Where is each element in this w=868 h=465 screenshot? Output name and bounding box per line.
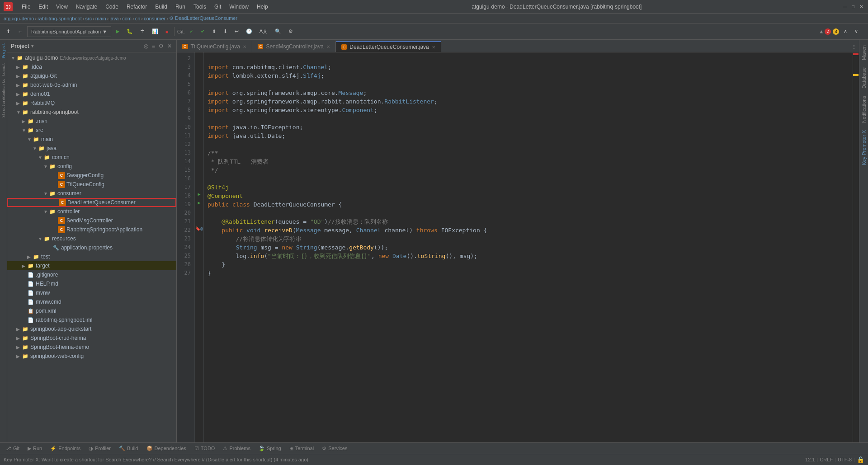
project-locate-button[interactable]: ◎ xyxy=(143,42,149,50)
bottom-tab-services[interactable]: ⚙ Services xyxy=(318,443,351,453)
tree-swagger-config[interactable]: C SwaggerConfig xyxy=(7,171,176,180)
bottom-tab-profiler[interactable]: ◑ Profiler xyxy=(85,443,114,453)
tab-dead-close[interactable]: ✕ xyxy=(432,45,435,50)
tree-iml[interactable]: 📄 rabbitmq-springboot.iml xyxy=(7,315,176,324)
inspection-up[interactable]: ∧ xyxy=(841,26,850,37)
git-history-button[interactable]: 🕐 xyxy=(243,26,255,37)
tab-send[interactable]: C SendMsgController.java ✕ xyxy=(252,41,336,52)
translate-button[interactable]: A文 xyxy=(257,26,270,37)
maximize-button[interactable]: □ xyxy=(850,4,856,10)
tree-web-config[interactable]: ▶ 📁 springboot-web-config xyxy=(7,352,176,361)
toolbar-back-button[interactable]: ← xyxy=(15,26,25,37)
notifications-panel-label[interactable]: Notifications xyxy=(860,92,868,127)
tab-dead[interactable]: C DeadLetterQueueConsumer.java ✕ xyxy=(336,41,441,52)
menu-code[interactable]: Code xyxy=(102,3,122,11)
tree-main[interactable]: ▼ 📁 main xyxy=(7,135,176,144)
inspection-down[interactable]: ∨ xyxy=(852,26,861,37)
breadcrumb-consumer[interactable]: consumer xyxy=(144,16,165,21)
git-check-button[interactable]: ✓ xyxy=(187,26,196,37)
tree-ttl-config[interactable]: C TtlQueueConfig xyxy=(7,180,176,189)
tree-idea[interactable]: ▶ 📁 .idea xyxy=(7,62,176,71)
menu-window[interactable]: Window xyxy=(226,3,252,11)
toolbar-vcs-button[interactable]: ⬆ xyxy=(4,26,13,37)
commit-icon[interactable]: Commit xyxy=(0,61,7,79)
menu-file[interactable]: File xyxy=(18,3,34,11)
breadcrumb-cn[interactable]: cn xyxy=(135,16,141,21)
key-promoter-label[interactable]: Key Promoter X xyxy=(860,127,868,169)
bottom-tab-build[interactable]: 🔨 Build xyxy=(115,443,142,453)
tree-gitignore[interactable]: 📄 .gitignore xyxy=(7,270,176,279)
tree-root[interactable]: ▼ 📁 atguigu-demo E:\idea-workspace\atgui… xyxy=(7,53,176,62)
minimize-button[interactable]: — xyxy=(842,4,848,10)
breadcrumb-module[interactable]: rabbitmq-springboot xyxy=(38,16,82,21)
breadcrumb-java[interactable]: java xyxy=(109,16,118,21)
tree-app[interactable]: C RabbitmqSpringbootApplication xyxy=(7,225,176,234)
bottom-tab-git[interactable]: ⎇ Git xyxy=(2,443,23,453)
bottom-tab-todo[interactable]: ☑ TODO xyxy=(191,443,219,453)
tabs-more-button[interactable]: ⋮ xyxy=(849,41,859,52)
tree-consumer-folder[interactable]: ▼ 📁 consumer xyxy=(7,189,176,198)
menu-tools[interactable]: Tools xyxy=(190,3,210,11)
tree-test[interactable]: ▶ 📁 test xyxy=(7,252,176,261)
menu-edit[interactable]: Edit xyxy=(35,3,52,11)
stop-button[interactable]: ■ xyxy=(163,26,171,37)
tree-aop[interactable]: ▶ 📁 springboot-aop-quickstart xyxy=(7,324,176,333)
git-rollback-button[interactable]: ↩ xyxy=(232,26,241,37)
tree-src[interactable]: ▼ 📁 src xyxy=(7,126,176,135)
bottom-tab-dependencies[interactable]: 📦 Dependencies xyxy=(143,443,190,453)
bottom-tab-spring[interactable]: 🍃 Spring xyxy=(255,443,285,453)
tree-mvn[interactable]: ▶ 📁 .mvn xyxy=(7,117,176,126)
menu-git[interactable]: Git xyxy=(211,3,225,11)
tab-send-close[interactable]: ✕ xyxy=(326,44,330,49)
structure-icon[interactable]: Structure xyxy=(0,99,7,117)
gutter-run-19[interactable]: ▶ xyxy=(195,198,203,207)
code-editor[interactable]: 2 3 4 5 6 7 8 9 10 11 12 13 14 15 16 17 … xyxy=(177,52,859,442)
tree-boot-web[interactable]: ▶ 📁 boot-web-05-admin xyxy=(7,80,176,89)
git-commit-button[interactable]: ✔ xyxy=(198,26,208,37)
tree-heima-demo[interactable]: ▶ 📁 SpringBoot-heima-demo xyxy=(7,343,176,352)
warning-marker-1[interactable] xyxy=(853,74,859,76)
tree-target[interactable]: ▶ 📁 target xyxy=(7,261,176,270)
search-button[interactable]: 🔍 xyxy=(272,26,284,37)
project-close-button[interactable]: ✕ xyxy=(166,42,173,50)
menu-run[interactable]: Run xyxy=(172,3,189,11)
bottom-tab-endpoints[interactable]: ⚡ Endpoints xyxy=(47,443,84,453)
tree-dead-letter[interactable]: C DeadLetterQueueConsumer xyxy=(7,198,176,207)
run-config-selector[interactable]: RabbitmqSpringbootApplication ▼ xyxy=(27,26,111,37)
menu-refactor[interactable]: Refactor xyxy=(123,3,151,11)
breadcrumb-class[interactable]: ⚙ DeadLetterQueueConsumer xyxy=(169,15,237,21)
error-marker-1[interactable] xyxy=(853,53,859,55)
code-content[interactable]: import com.rabbitmq.client.Channel; impo… xyxy=(204,52,853,442)
breadcrumb-src[interactable]: src xyxy=(85,16,92,21)
menu-view[interactable]: View xyxy=(52,3,71,11)
project-settings-button[interactable]: ⚙ xyxy=(158,42,165,50)
bottom-tab-terminal[interactable]: ⊞ Terminal xyxy=(286,443,318,453)
tree-com-cn[interactable]: ▼ 📁 com.cn xyxy=(7,153,176,162)
tree-resources[interactable]: ▼ 📁 resources xyxy=(7,234,176,243)
git-push-button[interactable]: ⬆ xyxy=(209,26,219,37)
tree-crud[interactable]: ▶ 📁 SpringBoot-crud-heima xyxy=(7,333,176,343)
tab-ttl-close[interactable]: ✕ xyxy=(243,44,246,49)
debug-button[interactable]: 🐛 xyxy=(124,26,136,37)
project-icon[interactable]: Project xyxy=(0,42,7,60)
coverage-button[interactable]: ☂ xyxy=(137,26,147,37)
menu-build[interactable]: Build xyxy=(151,3,171,11)
tree-demo01[interactable]: ▶ 📁 demo01 xyxy=(7,89,176,99)
tree-config[interactable]: ▼ 📁 config xyxy=(7,162,176,171)
bottom-tab-run[interactable]: ▶ Run xyxy=(24,443,46,453)
tree-rabbitmq-sb[interactable]: ▼ 📁 rabbitmq-springboot xyxy=(7,108,176,117)
breadcrumb-main[interactable]: main xyxy=(95,16,106,21)
tree-controller-folder[interactable]: ▼ 📁 controller xyxy=(7,207,176,216)
close-button[interactable]: ✕ xyxy=(858,4,864,10)
database-panel-label[interactable]: Database xyxy=(860,64,868,92)
tree-send-msg[interactable]: C SendMsgController xyxy=(7,216,176,225)
tree-mvnw-cmd[interactable]: 📄 mvnw.cmd xyxy=(7,297,176,306)
tree-java[interactable]: ▼ 📁 java xyxy=(7,144,176,153)
bottom-tab-problems[interactable]: ⚠ Problems xyxy=(219,443,254,453)
tab-ttl[interactable]: C TtlQueueConfig.java ✕ xyxy=(177,41,252,52)
tree-app-props[interactable]: 🔧 application.properties xyxy=(7,243,176,252)
tree-help[interactable]: 📄 HELP.md xyxy=(7,279,176,288)
tree-mvnw[interactable]: 📄 mvnw xyxy=(7,288,176,297)
maven-panel-label[interactable]: Maven xyxy=(860,42,868,64)
tree-atguigu-git[interactable]: ▶ 📁 atguigu-Git xyxy=(7,71,176,80)
